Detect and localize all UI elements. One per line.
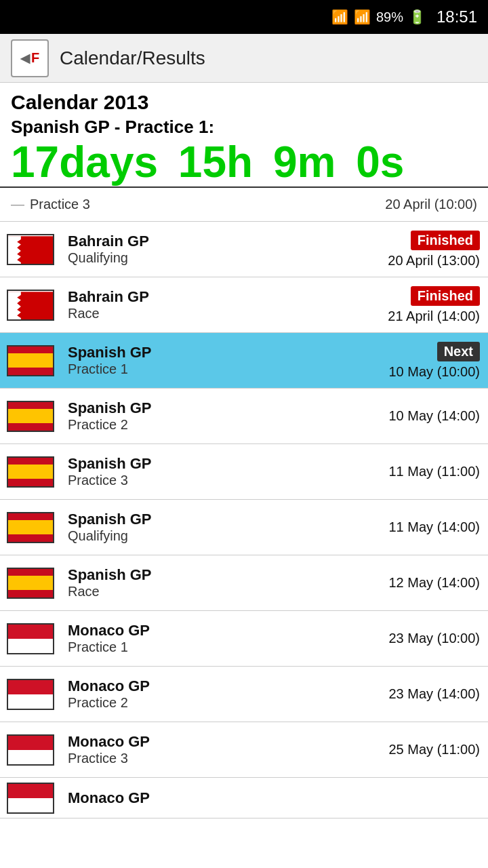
- mc-flag-icon: [7, 623, 54, 654]
- event-date: 11 May (11:00): [388, 464, 480, 479]
- event-session-name: Qualifying: [68, 528, 332, 544]
- next-event-title: Spanish GP - Practice 1:: [11, 117, 477, 138]
- event-date: 20 April (13:00): [388, 253, 480, 269]
- event-right: Finished21 April (14:00): [339, 277, 488, 332]
- event-info: Spanish GPQualifying: [61, 500, 339, 555]
- flag-cell: [0, 500, 61, 555]
- event-gp-name: Monaco GP: [68, 733, 332, 751]
- event-date: 12 May (14:00): [388, 575, 480, 591]
- race-row[interactable]: Spanish GPPractice 1Next10 May (10:00): [0, 333, 488, 389]
- mc-flag-icon: [7, 679, 54, 710]
- partial-practice3-row: — Practice 3 20 April (10:00): [0, 188, 488, 222]
- partial-date: 20 April (10:00): [385, 197, 477, 212]
- race-row[interactable]: Spanish GPPractice 311 May (11:00): [0, 444, 488, 500]
- event-date: 10 May (10:00): [388, 364, 480, 380]
- event-date: 10 May (14:00): [388, 408, 480, 424]
- event-right: Finished20 April (13:00): [339, 222, 488, 277]
- event-session-name: Practice 3: [68, 751, 332, 766]
- event-date: 25 May (11:00): [388, 742, 480, 757]
- battery-icon: 🔋: [409, 9, 426, 25]
- race-list: — Practice 3 20 April (10:00) Bahrain GP…: [0, 188, 488, 818]
- mc-flag-icon: [7, 734, 54, 766]
- race-row[interactable]: Monaco GPPractice 223 May (14:00): [0, 667, 488, 722]
- event-date: 23 May (14:00): [388, 686, 480, 702]
- event-info: Bahrain GPQualifying: [61, 222, 339, 277]
- flag-cell: [0, 222, 61, 277]
- app-icon-label: F: [31, 50, 39, 66]
- countdown-section: Calendar 2013 Spanish GP - Practice 1: 1…: [0, 83, 488, 188]
- finished-badge: Finished: [411, 231, 480, 250]
- flag-cell: [0, 333, 61, 388]
- event-info: Monaco GPPractice 3: [61, 722, 339, 777]
- bh-flag-icon: [7, 290, 54, 321]
- event-gp-name: Bahrain GP: [68, 233, 332, 250]
- flag-cell: [0, 667, 61, 722]
- es-flag-icon: [7, 512, 54, 543]
- es-flag-icon: [7, 456, 54, 488]
- race-row[interactable]: Spanish GPPractice 210 May (14:00): [0, 389, 488, 444]
- race-row[interactable]: Monaco GPPractice 123 May (10:00): [0, 611, 488, 667]
- countdown-minutes: 9m: [273, 138, 336, 186]
- event-gp-name: Spanish GP: [68, 399, 332, 417]
- time-label: 18:51: [436, 7, 477, 26]
- event-info: Monaco GPPractice 2: [61, 667, 339, 722]
- event-gp-name: Monaco GP: [68, 622, 332, 639]
- event-info: Monaco GPPractice 1: [61, 611, 339, 666]
- es-flag-icon: [7, 345, 54, 376]
- es-flag-icon: [7, 401, 54, 432]
- event-right: 23 May (14:00): [339, 667, 488, 722]
- event-right: Next10 May (10:00): [339, 333, 488, 388]
- countdown-seconds: 0s: [356, 138, 404, 186]
- event-gp-name: Spanish GP: [68, 566, 332, 584]
- race-row[interactable]: Bahrain GPQualifyingFinished20 April (13…: [0, 222, 488, 277]
- flag-cell: [0, 555, 61, 610]
- signal-icon: 📶: [354, 9, 371, 25]
- next-badge: Next: [437, 342, 480, 361]
- race-row[interactable]: Bahrain GPRaceFinished21 April (14:00): [0, 277, 488, 333]
- event-session-name: Practice 1: [68, 361, 332, 377]
- event-session-name: Qualifying: [68, 250, 332, 266]
- event-right: 12 May (14:00): [339, 555, 488, 610]
- event-right: 25 May (11:00): [339, 722, 488, 777]
- event-info: Spanish GPPractice 1: [61, 333, 339, 388]
- flag-cell: [0, 444, 61, 499]
- race-row[interactable]: Monaco GP: [0, 778, 488, 818]
- mc-flag-icon: [7, 783, 54, 814]
- event-gp-name: Bahrain GP: [68, 288, 332, 306]
- partial-dash: —: [11, 197, 24, 212]
- finished-badge: Finished: [411, 286, 480, 306]
- calendar-year-title: Calendar 2013: [11, 91, 477, 114]
- race-row[interactable]: Spanish GPRace12 May (14:00): [0, 555, 488, 611]
- wifi-icon: 📶: [331, 9, 348, 25]
- event-session-name: Practice 1: [68, 639, 332, 655]
- event-gp-name: Monaco GP: [68, 677, 332, 695]
- race-row[interactable]: Monaco GPPractice 325 May (11:00): [0, 722, 488, 778]
- event-right: 11 May (11:00): [339, 444, 488, 499]
- event-date: 21 April (14:00): [388, 309, 480, 324]
- event-gp-name: Spanish GP: [68, 344, 332, 361]
- flag-cell: [0, 778, 61, 818]
- event-session-name: Practice 2: [68, 695, 332, 711]
- event-gp-name: Spanish GP: [68, 455, 332, 473]
- event-session-name: Practice 3: [68, 473, 332, 488]
- race-row[interactable]: Spanish GPQualifying11 May (14:00): [0, 500, 488, 555]
- event-info: Bahrain GPRace: [61, 277, 339, 332]
- event-info: Spanish GPPractice 2: [61, 389, 339, 443]
- event-info: Monaco GP: [61, 778, 488, 818]
- event-gp-name: Spanish GP: [68, 511, 332, 528]
- countdown-days: 17days: [11, 138, 158, 186]
- flag-cell: [0, 389, 61, 443]
- event-session-name: Practice 2: [68, 417, 332, 433]
- back-arrow-icon: ◀: [20, 51, 30, 66]
- partial-session-label: Practice 3: [30, 197, 90, 212]
- flag-cell: [0, 722, 61, 777]
- countdown-timer: 17days 15h 9m 0s: [11, 140, 477, 184]
- app-bar: ◀ F Calendar/Results: [0, 34, 488, 83]
- event-gp-name: Monaco GP: [68, 789, 481, 807]
- flag-cell: [0, 611, 61, 666]
- countdown-hours: 15h: [178, 138, 253, 186]
- bh-flag-icon: [7, 234, 54, 265]
- app-icon: ◀ F: [11, 39, 49, 77]
- es-flag-icon: [7, 568, 54, 599]
- event-info: Spanish GPRace: [61, 555, 339, 610]
